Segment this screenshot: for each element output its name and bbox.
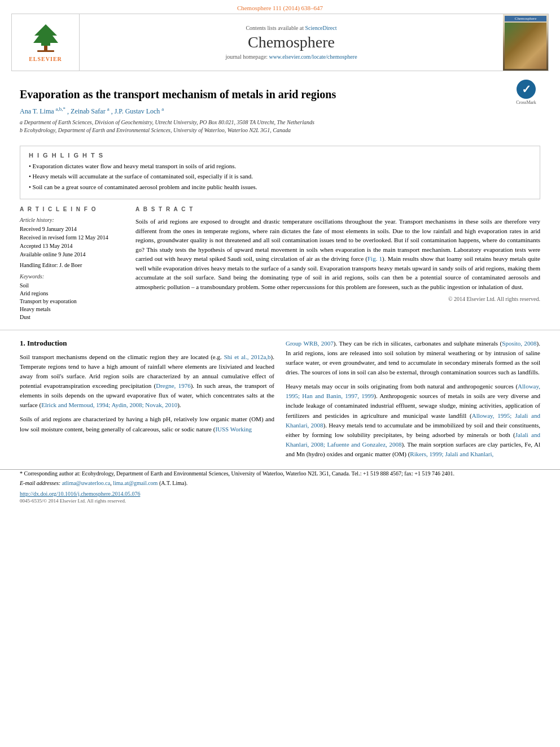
intro-para-2-right: Heavy metals may occur in soils originat… bbox=[286, 382, 540, 458]
email-note: E-mail addresses: atlima@uwaterloo.ca, l… bbox=[20, 479, 540, 487]
svg-marker-1 bbox=[33, 24, 58, 46]
author-sup-safar: a bbox=[107, 106, 110, 112]
citation-text: Chemosphere 111 (2014) 638–647 bbox=[237, 5, 323, 11]
title-block: Evaporation as the transport mechanism o… bbox=[20, 77, 512, 140]
journal-homepage: journal homepage: www.elsevier.com/locat… bbox=[225, 54, 357, 60]
fig1-link[interactable]: Fig. 1 bbox=[368, 255, 382, 262]
doi-link[interactable]: http://dx.doi.org/10.1016/j.chemosphere.… bbox=[20, 491, 540, 497]
crossmark-label: CrossMark bbox=[516, 100, 536, 105]
highlight-item-3: Soil can be a great source of contaminat… bbox=[29, 183, 531, 191]
keyword-5: Dust bbox=[20, 313, 124, 321]
keyword-2: Arid regions bbox=[20, 290, 124, 298]
author-sup-lima: a,b,* bbox=[56, 106, 66, 112]
elsevier-logo-area: ELSEVIER bbox=[12, 14, 80, 71]
ref-group-link[interactable]: Group WRB, 2007 bbox=[286, 340, 334, 347]
available-date: Available online 9 June 2014 bbox=[20, 251, 124, 258]
ref-alloway-link[interactable]: Alloway, 1995; Han and Banin, 1997, 1999 bbox=[286, 383, 540, 399]
ref-sposito-link[interactable]: Sposito, 2008 bbox=[502, 340, 536, 347]
highlight-item-1: Evaporation dictates water flow and heav… bbox=[29, 162, 531, 171]
article-info-col: A R T I C L E I N F O Article history: R… bbox=[20, 206, 124, 321]
abstract-copyright: © 2014 Elsevier Ltd. All rights reserved… bbox=[135, 296, 540, 302]
accepted-date: Accepted 13 May 2014 bbox=[20, 242, 124, 250]
elsevier-label: ELSEVIER bbox=[29, 56, 62, 62]
article-title: Evaporation as the transport mechanism o… bbox=[20, 87, 512, 102]
intro-left-col: 1. Introduction Soil transport mechanism… bbox=[20, 339, 274, 464]
ref-rikers-link[interactable]: Rikers, 1999; Jalali and Khanlari, bbox=[410, 451, 493, 457]
section-title: Introduction bbox=[27, 339, 67, 347]
highlights-box: H I G H L I G H T S Evaporation dictates… bbox=[20, 146, 540, 199]
ref-iuss-link[interactable]: IUSS Working bbox=[215, 426, 252, 433]
homepage-prefix: journal homepage: bbox=[225, 54, 269, 60]
section-1-header: 1. Introduction bbox=[20, 339, 274, 348]
ref-alloway2-link[interactable]: Alloway, 1995; Jalali and Khanlari, 2008 bbox=[286, 412, 540, 429]
ref-elrick-link[interactable]: Elrick and Mermoud, 1994; Aydin, 2008; N… bbox=[41, 401, 177, 408]
email-address2[interactable]: lima.at@gmail.com bbox=[113, 480, 158, 486]
introduction-section: 1. Introduction Soil transport mechanism… bbox=[0, 339, 560, 464]
keywords-label: Keywords: bbox=[20, 273, 124, 279]
corresponding-author-note: * Corresponding author at: Ecohydrology,… bbox=[20, 470, 540, 478]
abstract-col: A B S T R A C T Soils of arid regions ar… bbox=[135, 206, 540, 321]
intro-right-col: Group WRB, 2007). They can be rich in si… bbox=[286, 339, 540, 464]
footer-copyright: 0045-6535/© 2014 Elsevier Ltd. All right… bbox=[20, 498, 540, 504]
footnote-area: * Corresponding author at: Ecohydrology,… bbox=[0, 469, 560, 504]
author-sup-loch: a bbox=[161, 106, 164, 112]
ref-jalali-link[interactable]: Jalali and Khanlari, 2008; Lafuente and … bbox=[286, 431, 540, 448]
email-label: E-mail addresses: bbox=[20, 480, 60, 486]
cover-title: Chemosphere bbox=[505, 16, 546, 21]
crossmark-area: ✓ CrossMark bbox=[512, 77, 540, 105]
received-revised-date: Received in revised form 12 May 2014 bbox=[20, 234, 124, 241]
author-safar: Zeinab Safar bbox=[71, 107, 106, 115]
abstract-label: A B S T R A C T bbox=[135, 206, 540, 212]
intro-para-1-right: Group WRB, 2007). They can be rich in si… bbox=[286, 339, 540, 377]
sciencedirect-line: Contents lists available at ScienceDirec… bbox=[246, 25, 336, 31]
main-divider bbox=[0, 330, 560, 330]
affiliations: a Department of Earth Sciences, Division… bbox=[20, 119, 512, 134]
elsevier-logo: ELSEVIER bbox=[29, 23, 63, 62]
highlight-item-2: Heavy metals will accumulate at the surf… bbox=[29, 172, 531, 181]
keyword-4: Heavy metals bbox=[20, 305, 124, 313]
journal-cover: Chemosphere bbox=[503, 14, 548, 71]
crossmark-symbol: ✓ bbox=[522, 82, 531, 96]
cover-image: Chemosphere bbox=[503, 14, 548, 71]
sciencedirect-link[interactable]: ScienceDirect bbox=[305, 25, 336, 31]
highlights-label: H I G H L I G H T S bbox=[29, 152, 531, 159]
crossmark-badge: ✓ CrossMark bbox=[516, 80, 536, 105]
intro-para-2: Soils of arid regions are characterized … bbox=[20, 414, 274, 434]
author-lima: Ana T. Lima bbox=[20, 107, 54, 115]
ref-dregne-link[interactable]: Dregne, 1976 bbox=[156, 382, 190, 389]
article-header: Evaporation as the transport mechanism o… bbox=[0, 77, 560, 321]
cover-photo bbox=[505, 23, 546, 69]
journal-citation: Chemosphere 111 (2014) 638–647 bbox=[0, 0, 560, 14]
sciencedirect-prefix: Contents lists available at bbox=[246, 25, 305, 31]
history-label: Article history: bbox=[20, 217, 124, 223]
ref-shi-link[interactable]: Shi et al., 2012a,b bbox=[224, 353, 271, 360]
handling-editor: Handling Editor: J. de Boer bbox=[20, 261, 124, 269]
journal-center-header: Contents lists available at ScienceDirec… bbox=[80, 14, 503, 71]
journal-header: ELSEVIER Contents lists available at Sci… bbox=[11, 14, 549, 71]
author-loch: J.P. Gustav Loch bbox=[115, 107, 160, 115]
email-author: (A.T. Lima). bbox=[159, 480, 187, 486]
journal-title: Chemosphere bbox=[248, 33, 335, 51]
received-date: Received 9 January 2014 bbox=[20, 225, 124, 233]
affiliation-a: a Department of Earth Sciences, Division… bbox=[20, 119, 512, 126]
crossmark-circle: ✓ bbox=[517, 80, 536, 99]
abstract-text: Soils of arid regions are exposed to dro… bbox=[135, 217, 540, 291]
homepage-link[interactable]: www.elsevier.com/locate/chemosphere bbox=[269, 54, 357, 60]
title-row: Evaporation as the transport mechanism o… bbox=[20, 77, 540, 140]
section-number: 1. bbox=[20, 339, 25, 347]
keyword-3: Transport by evaporation bbox=[20, 298, 124, 305]
authors-line: Ana T. Lima a,b,* , Zeinab Safar a , J.P… bbox=[20, 106, 512, 116]
article-info-label: A R T I C L E I N F O bbox=[20, 206, 124, 212]
elsevier-tree-icon bbox=[29, 23, 63, 54]
article-info-abstract: A R T I C L E I N F O Article history: R… bbox=[20, 206, 540, 321]
email-address1[interactable]: atlima@uwaterloo.ca bbox=[62, 480, 111, 486]
affiliation-b: b Ecohydrology, Department of Earth and … bbox=[20, 126, 512, 134]
svg-rect-2 bbox=[37, 50, 54, 52]
intro-para-1: Soil transport mechanisms depend on the … bbox=[20, 352, 274, 410]
keyword-1: Soil bbox=[20, 282, 124, 290]
